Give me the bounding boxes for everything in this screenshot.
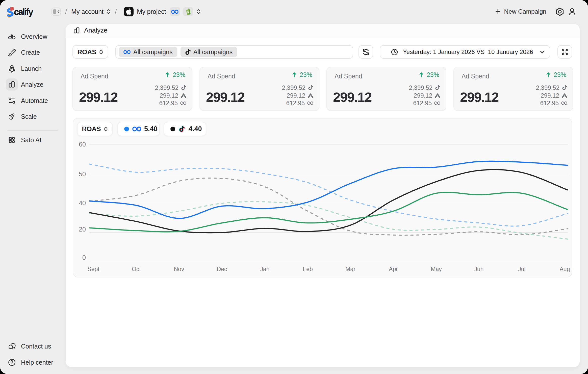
svg-text:Nov: Nov: [174, 266, 184, 272]
svg-text:Mar: Mar: [345, 266, 355, 272]
svg-text:Jun: Jun: [474, 266, 483, 272]
svg-text:40: 40: [79, 199, 86, 207]
svg-text:0: 0: [82, 254, 86, 261]
svg-text:Dec: Dec: [217, 266, 227, 272]
svg-text:May: May: [431, 266, 442, 272]
svg-text:Apr: Apr: [389, 266, 398, 272]
svg-text:Jul: Jul: [518, 266, 525, 272]
svg-text:Oct: Oct: [132, 266, 141, 272]
svg-text:Feb: Feb: [303, 266, 313, 272]
svg-text:Sept: Sept: [87, 266, 99, 272]
svg-text:50: 50: [79, 170, 86, 178]
svg-text:Jan: Jan: [260, 266, 269, 272]
svg-text:S: S: [187, 10, 189, 14]
svg-text:20: 20: [79, 226, 86, 233]
svg-text:60: 60: [79, 141, 86, 148]
svg-text:Aug: Aug: [560, 266, 570, 272]
